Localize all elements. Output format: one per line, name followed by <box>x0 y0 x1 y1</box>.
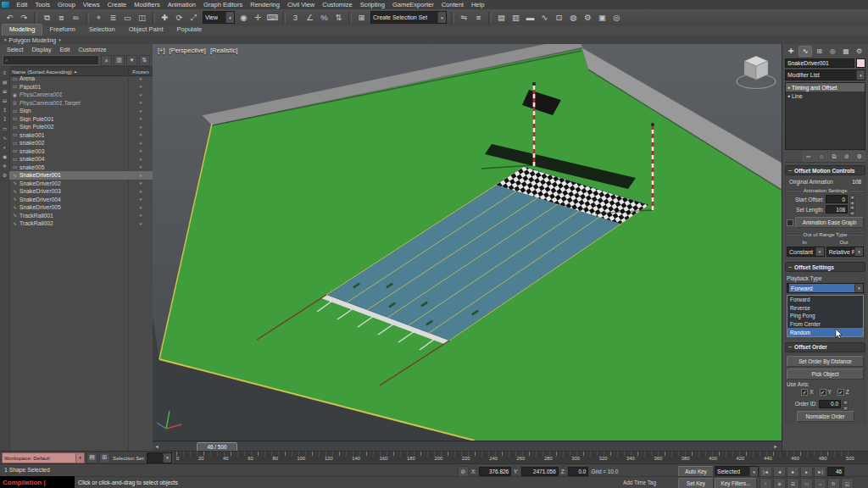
current-frame-field[interactable]: 46 <box>827 467 844 476</box>
set-order-by-distance-button[interactable]: Set Order By Distance <box>787 356 864 367</box>
edit-named-selection-sets-icon[interactable]: ⊞ <box>354 11 369 25</box>
filter-cameras-icon[interactable]: ◉ <box>1 152 8 160</box>
frozen-icon[interactable]: ∗ <box>129 108 153 114</box>
explorer-menu-customize[interactable]: Customize <box>74 47 110 53</box>
column-name-header[interactable]: Name (Sorted Ascending) ▲ <box>9 69 128 75</box>
snap-toggle-3d-icon[interactable]: 3 <box>288 11 303 25</box>
tab-freeform[interactable]: Freeform <box>42 25 81 36</box>
explorer-menu-edit[interactable]: Edit <box>55 47 74 53</box>
spinner-stepper[interactable]: ▲▼ <box>849 195 855 203</box>
pan-view-icon[interactable]: ↔ <box>814 478 826 488</box>
frozen-icon[interactable]: ∗ <box>129 141 153 146</box>
bind-to-space-warp-icon[interactable]: ∞ <box>69 11 83 25</box>
explorer-sort-icon[interactable]: ≡ <box>1 69 8 76</box>
axis-x-checkbox[interactable]: ✓X <box>801 389 813 396</box>
show-end-result-icon[interactable]: ⌂ <box>815 151 827 162</box>
spinner-snap-icon[interactable]: ⇅ <box>331 11 346 25</box>
order-id-field[interactable]: 0.0 <box>819 400 841 408</box>
tab-populate[interactable]: Populate <box>170 25 209 36</box>
modifier-list-combo[interactable]: Modifier List ▾ <box>785 69 865 80</box>
chevron-down-icon[interactable]: ▾ <box>854 284 863 292</box>
select-and-move-icon[interactable]: ✚ <box>158 11 172 25</box>
list-item[interactable]: ▭snake004∗ <box>9 155 153 164</box>
frozen-icon[interactable]: ∗ <box>129 100 153 105</box>
explorer-hierarchy-icon[interactable]: ▤ <box>1 78 8 86</box>
list-item[interactable]: ▭snake005∗ <box>9 164 153 172</box>
menu-graph-editors[interactable]: Graph Editors <box>200 1 247 9</box>
menu-help[interactable]: Help <box>467 1 487 9</box>
maximize-viewport-toggle-icon[interactable]: ◱ <box>841 478 854 488</box>
dropdown-option-reverse[interactable]: Reverse <box>787 304 863 313</box>
frozen-icon[interactable]: ∗ <box>129 84 153 89</box>
out-of-range-in-combo[interactable]: Constant ▾ <box>787 247 825 257</box>
selection-region-icon[interactable]: ▭ <box>120 11 135 25</box>
orbit-icon[interactable]: ↻ <box>827 478 840 488</box>
list-item[interactable]: ∿SnakeDriver004∗ <box>9 196 153 204</box>
list-item[interactable]: ▭Sign Pole002∗ <box>9 123 153 131</box>
animation-ease-graph-button[interactable]: Animation Ease Graph <box>795 217 864 228</box>
list-item[interactable]: ◎PhysCamera001.Target∗ <box>9 99 153 108</box>
display-filter-icon[interactable]: ▾ <box>126 55 137 66</box>
search-input[interactable]: ⌕ <box>3 55 99 65</box>
frozen-icon[interactable]: ∗ <box>129 116 153 121</box>
schematic-view-icon[interactable]: ⊡ <box>552 11 566 25</box>
axis-y-checkbox[interactable]: ✓Y <box>820 389 832 396</box>
modifier-stack[interactable]: ●Timing and Offset●Line <box>785 82 865 150</box>
set-key-button[interactable]: Set Key <box>678 478 714 488</box>
selection-set-combo[interactable]: ▾ <box>147 452 172 463</box>
sync-selection-icon[interactable]: ⇅ <box>139 55 150 66</box>
time-slider-right-arrow[interactable]: ► <box>771 444 780 449</box>
hierarchy-tab-icon[interactable]: ⊞ <box>813 46 826 57</box>
frozen-icon[interactable]: ∗ <box>129 76 153 81</box>
frozen-icon[interactable]: ∗ <box>129 221 153 226</box>
use-pivot-point-center-icon[interactable]: ◉ <box>236 11 251 25</box>
isolate-selection-icon[interactable]: ▤ <box>86 452 97 463</box>
list-item[interactable]: ▭Sign Pole001∗ <box>9 115 153 124</box>
rollout-header[interactable]: − Offset Motion Controls <box>785 165 865 175</box>
key-filters-button[interactable]: Key Filters... <box>715 478 757 488</box>
frozen-icon[interactable]: ∗ <box>129 132 153 137</box>
menu-create[interactable]: Create <box>103 1 131 9</box>
align-icon[interactable]: ≡ <box>471 11 486 25</box>
explorer-settings-icon[interactable]: ⚙ <box>1 171 8 179</box>
select-by-name-icon[interactable]: ≣ <box>106 11 120 25</box>
render-production-icon[interactable]: ◎ <box>609 11 624 25</box>
rendered-frame-window-icon[interactable]: ▣ <box>595 11 609 25</box>
menu-rendering[interactable]: Rendering <box>247 1 284 9</box>
rollout-header[interactable]: − Offset Settings <box>785 262 865 272</box>
checkbox-icon[interactable]: ✓ <box>801 389 808 396</box>
chevron-down-icon[interactable]: ▾ <box>163 453 171 463</box>
menu-customize[interactable]: Customize <box>319 1 356 9</box>
ribbon-panel-label[interactable]: Polygon Modeling <box>9 37 57 43</box>
checkbox-icon[interactable]: ✓ <box>837 389 844 396</box>
list-item[interactable]: ▭Papot01∗ <box>9 83 153 92</box>
zoom-icon[interactable]: ⌕ <box>760 478 772 488</box>
mirror-icon[interactable]: ⇋ <box>457 11 471 25</box>
pick-object-button[interactable]: Pick Object <box>787 369 864 380</box>
named-selection-sets-combo[interactable]: Create Selection Set▾ <box>370 11 447 24</box>
remove-modifier-icon[interactable]: ⊘ <box>841 151 853 162</box>
pick-parent-icon[interactable]: ↥ <box>1 106 8 114</box>
select-and-manipulate-icon[interactable]: ✛ <box>251 11 265 25</box>
reference-coordinate-combo[interactable]: View▾ <box>203 11 235 24</box>
frozen-icon[interactable]: ∗ <box>129 173 153 178</box>
spinner-stepper[interactable]: ▲▼ <box>849 205 855 214</box>
select-and-rotate-icon[interactable]: ⟳ <box>172 11 186 25</box>
frozen-icon[interactable]: ∗ <box>129 205 153 210</box>
column-options-icon[interactable]: ▥ <box>114 55 125 66</box>
menu-views[interactable]: Views <box>79 1 103 9</box>
dropdown-option-random[interactable]: Random <box>787 328 863 336</box>
display-tab-icon[interactable]: ▦ <box>840 46 853 57</box>
perspective-viewport[interactable]: [+] [Perspective] [Realistic] <box>153 44 782 441</box>
axis-z-checkbox[interactable]: ✓Z <box>837 389 849 396</box>
frozen-icon[interactable]: ∗ <box>129 213 153 218</box>
list-item[interactable]: ▭snake003∗ <box>9 147 153 156</box>
chevron-down-icon[interactable]: ▾ <box>225 12 234 23</box>
frozen-icon[interactable]: ∗ <box>129 197 153 202</box>
selection-lock-icon[interactable]: ⊞ <box>99 452 110 463</box>
chevron-down-icon[interactable]: ▾ <box>437 12 446 23</box>
dropdown-option-forward[interactable]: Forward <box>787 296 863 304</box>
list-item[interactable]: ∿SnakeDriver005∗ <box>9 203 153 212</box>
modifier-visibility-icon[interactable]: ● <box>787 85 790 90</box>
list-item[interactable]: ∿SnakeDriver001∗ <box>9 171 153 180</box>
